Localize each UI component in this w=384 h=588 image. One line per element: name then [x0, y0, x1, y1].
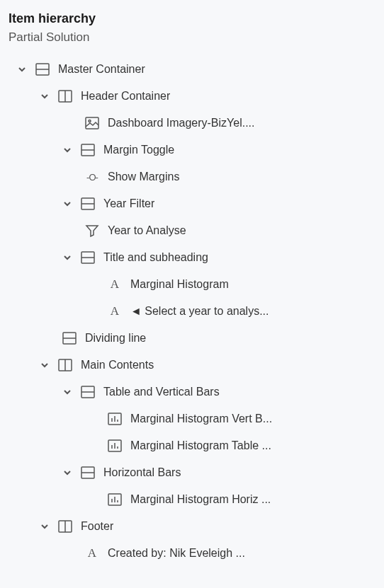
text-icon: A — [106, 304, 123, 318]
panel-title: Item hierarchy — [9, 11, 375, 26]
worksheet-icon — [106, 410, 123, 427]
tree-item-label: Marginal Histogram Table ... — [130, 439, 271, 452]
tree-item-main-contents[interactable]: Main Contents — [9, 352, 375, 379]
chevron-down-icon[interactable] — [61, 386, 74, 398]
text-icon: A — [84, 546, 101, 560]
container-horizontal-icon — [57, 357, 74, 374]
text-icon: A — [106, 277, 123, 292]
container-vertical-icon — [79, 249, 96, 266]
tree-item-header-container[interactable]: Header Container — [9, 83, 375, 110]
tree-item-label: Horizontal Bars — [103, 466, 181, 479]
tree-item-created-by[interactable]: A Created by: Nik Eveleigh ... — [9, 540, 375, 567]
tree-item-label: Marginal Histogram Vert B... — [130, 413, 272, 425]
tree-item-year-analyse[interactable]: Year to Analyse — [9, 217, 375, 244]
tree-item-label: ◄ Select a year to analys... — [130, 305, 269, 318]
tree-item-label: Footer — [81, 520, 113, 533]
tree-item-label: Show Margins — [108, 171, 179, 183]
item-hierarchy-tree: Master Container Header Container Dashbo… — [9, 56, 375, 567]
tree-item-label: Dividing line — [85, 332, 146, 345]
chevron-down-icon[interactable] — [38, 359, 51, 371]
tree-item-label: Title and subheading — [103, 251, 208, 264]
chevron-down-icon[interactable] — [61, 251, 74, 264]
container-horizontal-icon — [57, 518, 74, 535]
tree-item-title-subheading[interactable]: Title and subheading — [9, 244, 375, 271]
image-icon — [84, 115, 101, 132]
slider-icon: -O- — [84, 172, 101, 183]
container-vertical-icon — [79, 384, 96, 400]
tree-item-footer[interactable]: Footer — [9, 513, 375, 540]
tree-item-label: Marginal Histogram Horiz ... — [130, 493, 271, 506]
tree-item-select-year[interactable]: A ◄ Select a year to analys... — [9, 298, 375, 325]
filter-icon — [84, 222, 101, 239]
chevron-down-icon[interactable] — [16, 63, 28, 76]
container-vertical-icon — [79, 464, 96, 481]
tree-item-horizontal-bars[interactable]: Horizontal Bars — [9, 459, 375, 486]
chevron-down-icon[interactable] — [61, 466, 74, 479]
tree-item-label: Margin Toggle — [103, 144, 174, 156]
tree-item-master-container[interactable]: Master Container — [9, 56, 375, 83]
chevron-down-icon[interactable] — [38, 520, 51, 533]
svg-point-5 — [89, 120, 91, 122]
tree-item-label: Header Container — [81, 90, 170, 103]
container-horizontal-icon — [57, 88, 74, 105]
container-vertical-icon — [79, 142, 96, 158]
tree-item-label: Marginal Histogram — [130, 278, 229, 291]
svg-marker-10 — [86, 226, 98, 236]
panel-subtitle: Partial Solution — [9, 30, 375, 45]
container-vertical-icon — [79, 195, 96, 212]
tree-item-label: Master Container — [58, 63, 145, 76]
tree-item-label: Year Filter — [103, 197, 154, 210]
tree-item-dividing-line[interactable]: Dividing line — [9, 325, 375, 352]
tree-item-histogram-title[interactable]: A Marginal Histogram — [9, 271, 375, 298]
worksheet-icon — [106, 491, 123, 508]
tree-item-dashboard-imagery[interactable]: Dashboard Imagery-BizYel.... — [9, 110, 375, 137]
tree-item-vert-bars[interactable]: Marginal Histogram Vert B... — [9, 405, 375, 432]
container-vertical-icon — [61, 330, 78, 347]
tree-item-label: Table and Vertical Bars — [103, 386, 220, 398]
tree-item-label: Year to Analyse — [108, 224, 186, 237]
tree-item-label: Created by: Nik Eveleigh ... — [108, 547, 245, 560]
tree-item-table-vertical[interactable]: Table and Vertical Bars — [9, 379, 375, 405]
tree-item-year-filter[interactable]: Year Filter — [9, 190, 375, 217]
chevron-down-icon[interactable] — [38, 90, 51, 103]
tree-item-margin-toggle[interactable]: Margin Toggle — [9, 137, 375, 163]
container-vertical-icon — [34, 61, 51, 78]
tree-item-label: Main Contents — [81, 359, 154, 371]
worksheet-icon — [106, 437, 123, 454]
chevron-down-icon[interactable] — [61, 144, 74, 156]
chevron-down-icon[interactable] — [61, 197, 74, 210]
tree-item-show-margins[interactable]: -O- Show Margins — [9, 163, 375, 190]
tree-item-label: Dashboard Imagery-BizYel.... — [108, 117, 255, 129]
tree-item-horiz[interactable]: Marginal Histogram Horiz ... — [9, 486, 375, 513]
tree-item-table[interactable]: Marginal Histogram Table ... — [9, 432, 375, 459]
